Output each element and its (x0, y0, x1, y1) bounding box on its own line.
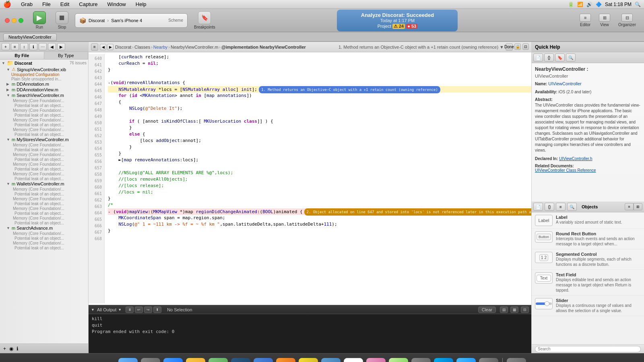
console-step3[interactable]: ⬆ (153, 306, 161, 313)
breadcrumb-back[interactable]: ◀ (100, 44, 106, 50)
dock-xcode[interactable]: X (253, 357, 274, 362)
sidebar-bottom-add[interactable]: + (3, 346, 6, 352)
run-button[interactable]: ▶ Run (30, 10, 49, 31)
sidebar-nav-right[interactable]: ▶ (57, 43, 65, 50)
sidebar-info-btn[interactable]: ℹ (29, 43, 37, 50)
menu-capture[interactable]: Capture (77, 1, 99, 7)
console-layout2[interactable]: ▦ (510, 306, 518, 313)
qh-declared-value[interactable]: UIViewController.h (559, 156, 592, 161)
sidebar-add-btn[interactable]: + (2, 43, 10, 50)
searchvc-mem2[interactable]: Memory (Core Foundation/... (11, 108, 88, 113)
tab-by-file[interactable]: By File (0, 52, 44, 59)
dock-calendar[interactable]: 📅 (343, 357, 364, 362)
wallets-mem4[interactable]: Memory (Core Foundation/... (11, 216, 88, 221)
organizer-button[interactable]: ⊟ Organizer (615, 13, 639, 28)
obj-list-btn[interactable]: ≡ (556, 203, 566, 211)
sidebar-bottom-filter[interactable]: ◉ (9, 346, 13, 352)
breadcrumb-lock[interactable]: 🔒 (514, 43, 521, 50)
sidebar-sort-btn[interactable]: ↕ (20, 43, 28, 50)
searchadv-mem1[interactable]: Memory (Core Foundation/... (11, 231, 88, 236)
menu-file[interactable]: File (41, 1, 52, 7)
tab-nearby-viewcontroller[interactable]: NearbyViewController (3, 33, 57, 41)
mystores-mem2[interactable]: Memory (Core Foundation/... (11, 152, 88, 157)
code-container[interactable]: 640 641 642 643 644 645 646 647 648 649 … (89, 52, 531, 305)
spotlight-icon[interactable]: 🔍 (635, 2, 641, 7)
breadcrumb-classes[interactable]: Classes (134, 45, 150, 49)
menu-window[interactable]: Window (106, 1, 128, 7)
dock-utilities[interactable]: 🔧 (478, 357, 499, 362)
apple-menu[interactable]: 🍎 (3, 0, 11, 8)
menu-grab[interactable]: Grab (19, 1, 34, 7)
sidebar-filter-btn[interactable]: ≡ (11, 43, 19, 50)
qh-bookmark-btn[interactable]: 🔖 (555, 53, 565, 62)
dock-app1[interactable]: 📱 (320, 357, 341, 362)
sidebar-more-btn[interactable]: ⋯ (39, 43, 47, 50)
searchvc-mem4[interactable]: Memory (Core Foundation/... (11, 127, 88, 132)
wallets-mem3[interactable]: Memory (Core Foundation/... (11, 206, 88, 211)
dock-launchpad[interactable]: 🚀 (140, 357, 161, 362)
obj-file-btn[interactable]: 📄 (533, 203, 543, 211)
dock-settings[interactable]: ⚙️ (411, 357, 431, 362)
breakpoints-button[interactable]: 🔖 Breakpoints (191, 10, 219, 31)
wallets-mem1[interactable]: Memory (Core Foundation/... (11, 187, 88, 192)
qh-related-value[interactable]: UIViewController Class Reference (535, 168, 641, 173)
console-pause[interactable]: ⏸ (126, 306, 134, 313)
sidebar-bottom-info[interactable]: ℹ (17, 346, 19, 352)
sidebar-item-mystores[interactable]: ▼ m MyStoresViewController.m (0, 137, 88, 142)
obj-search-btn[interactable]: 🔍 (567, 203, 577, 211)
sidebar-item-wallets[interactable]: ▼ m WalletsViewController.m (0, 181, 88, 187)
breadcrumb-forward[interactable]: ▶ (107, 44, 114, 50)
console-step2[interactable]: ↪ (144, 306, 152, 313)
sidebar-item-ddannotationview[interactable]: ▶ m DDAnnotationView.m (0, 87, 88, 93)
breadcrumb-impl[interactable]: @implementation NearbyViewController (221, 45, 306, 49)
grid-view-btn[interactable]: ⊞ (634, 203, 642, 210)
breadcrumb-file[interactable]: NearbyViewController.m (171, 45, 218, 49)
minimize-window-btn[interactable] (12, 18, 17, 23)
dock-mail[interactable]: ✉ (163, 357, 184, 362)
console-layout3[interactable]: ⊟ (521, 306, 529, 313)
mystores-mem4[interactable]: Memory (Core Foundation/... (11, 171, 88, 177)
console-toggle[interactable]: ▼ (91, 308, 95, 312)
breadcrumb-nearby[interactable]: Nearby (153, 45, 167, 49)
editor-button[interactable]: ≡ Editor (576, 13, 594, 28)
menu-edit[interactable]: Edit (59, 1, 71, 7)
dock-photos[interactable]: 📷 (388, 357, 409, 362)
console-step[interactable]: ↩ (135, 306, 143, 313)
dock-maps[interactable]: 🗺 (208, 357, 229, 362)
objects-search-input[interactable] (535, 346, 641, 352)
qh-search-btn[interactable]: 🔍 (566, 53, 576, 62)
qh-file-btn[interactable]: 📄 (533, 53, 543, 62)
dock-contacts[interactable]: 👤 (185, 357, 206, 362)
dock-chrome[interactable]: 🌐 (298, 357, 319, 362)
sidebar-item-searchvc[interactable]: ▼ m SearchViewController.m (0, 93, 88, 98)
sidebar-nav-left[interactable]: ◀ (48, 43, 56, 50)
searchadv-mem2[interactable]: Memory (Core Foundation/... (11, 241, 88, 246)
method-selector[interactable]: 1. Method returns an Objective-C object … (339, 43, 504, 51)
stop-button[interactable]: ⏹ Stop (52, 10, 72, 31)
close-window-btn[interactable] (5, 18, 10, 23)
zoom-window-btn[interactable] (19, 18, 23, 23)
wallets-mem2[interactable]: Memory (Core Foundation/... (11, 196, 88, 202)
searchvc-mem1[interactable]: Memory (Core Foundation/... (11, 98, 88, 103)
console-layout1[interactable]: ▤ (500, 306, 508, 313)
dock-trash[interactable]: 🗑️ (506, 357, 527, 362)
signup-issue-item[interactable]: Unsupported Configuration Plain Style un… (0, 72, 88, 81)
dock-appstore[interactable]: A (456, 357, 477, 362)
view-button[interactable]: ⊞ View (596, 13, 613, 28)
sidebar-project[interactable]: ▼ 📁 Discorat 76 issues (0, 60, 88, 66)
mystores-mem3[interactable]: Memory (Core Foundation/... (11, 162, 88, 167)
breadcrumb-discorat[interactable]: Discorat (115, 45, 131, 49)
sidebar-item-signup[interactable]: ▼ ⚠ SignupViewController.xib (0, 66, 88, 72)
scheme-selector[interactable]: 📦 Discorat › Sam's iPhone 4 Scheme (75, 13, 188, 28)
dock-skype[interactable]: 💬 (433, 357, 454, 362)
searchvc-mem3[interactable]: Memory (Core Foundation/... (11, 117, 88, 123)
clear-button[interactable]: Clear (478, 306, 496, 313)
mystores-mem1[interactable]: Memory (Core Foundation/... (11, 142, 88, 148)
breadcrumb-toggle[interactable]: ≡ (91, 43, 98, 51)
obj-code-btn[interactable]: {} (545, 203, 554, 211)
qh-code-btn[interactable]: {} (544, 53, 554, 62)
done-btn[interactable]: Done (506, 43, 513, 51)
tab-by-type[interactable]: By Type (44, 52, 89, 59)
dock-itunes[interactable]: 🎵 (365, 357, 386, 362)
qh-name-value[interactable]: UIViewController (548, 81, 581, 86)
